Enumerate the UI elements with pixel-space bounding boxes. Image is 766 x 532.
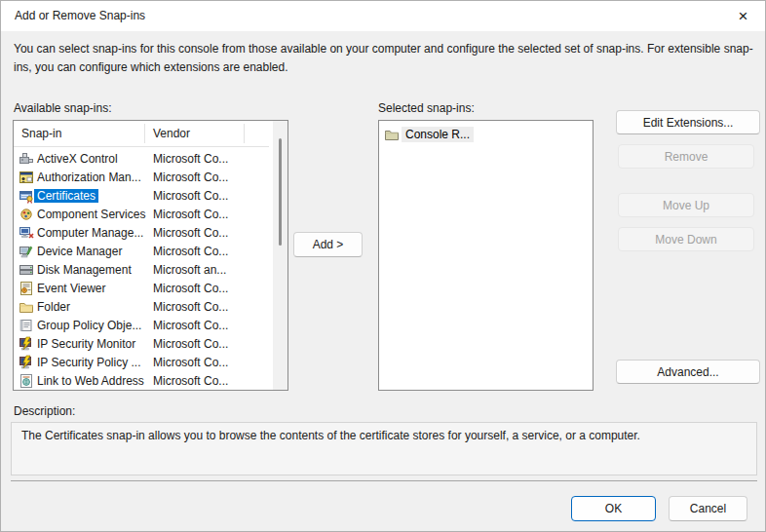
snapin-name: IP Security Policy ...: [34, 356, 148, 369]
list-item[interactable]: Event ViewerMicrosoft Co...: [14, 279, 272, 297]
add-button[interactable]: Add >: [293, 232, 363, 257]
description-label: Description:: [14, 404, 75, 418]
list-item[interactable]: Computer Manage...Microsoft Co...: [14, 223, 272, 242]
column-header-vendor[interactable]: Vendor: [153, 127, 190, 140]
ip-security-monitor-icon: [19, 336, 34, 352]
snapin-name: Group Policy Obje...: [34, 319, 148, 332]
cancel-button[interactable]: Cancel: [669, 496, 747, 521]
ok-button[interactable]: OK: [571, 496, 656, 521]
column-divider[interactable]: [144, 124, 145, 143]
list-item[interactable]: Console R...: [379, 125, 593, 144]
snapin-vendor: Microsoft Co...: [148, 226, 228, 240]
snapin-vendor: Microsoft Co...: [148, 374, 228, 388]
list-item[interactable]: Disk ManagementMicrosoft an...: [14, 260, 272, 279]
snapin-name: Component Services: [34, 208, 148, 221]
snapin-name: Event Viewer: [34, 282, 148, 295]
folder-icon: [19, 299, 34, 315]
list-item[interactable]: Link to Web AddressMicrosoft Co...: [14, 371, 272, 390]
snapin-vendor: Microsoft Co...: [148, 337, 228, 351]
disk-management-icon: [19, 262, 34, 278]
snapin-name: Link to Web Address: [34, 374, 148, 388]
snapin-vendor: Microsoft Co...: [148, 282, 228, 295]
computer-management-icon: [19, 225, 34, 241]
available-snapins-label: Available snap-ins:: [14, 101, 112, 115]
snapin-name: ActiveX Control: [34, 152, 148, 166]
list-item[interactable]: IP Security Policy ...Microsoft Co...: [14, 353, 272, 371]
certificates-icon: [19, 188, 34, 204]
snapin-name: Console R...: [402, 127, 474, 142]
group-policy-object-icon: [19, 318, 34, 333]
add-remove-snapins-dialog: Add or Remove Snap-ins × You can select …: [0, 0, 766, 532]
list-header: Snap-in Vendor: [14, 121, 287, 147]
window-title: Add or Remove Snap-ins: [15, 1, 145, 31]
link-to-web-address-icon: [19, 373, 34, 389]
description-box: The Certificates snap-in allows you to b…: [11, 422, 757, 475]
snapin-name: Computer Manage...: [34, 226, 148, 240]
snapin-name: Authorization Man...: [34, 171, 148, 184]
list-item[interactable]: Authorization Man...Microsoft Co...: [14, 168, 272, 186]
snapin-name: Device Manager: [34, 245, 148, 258]
authorization-manager-icon: [19, 170, 34, 185]
available-snapins-list[interactable]: Snap-in Vendor ActiveX ControlMicrosoft …: [13, 120, 288, 391]
list-item[interactable]: CertificatesMicrosoft Co...: [14, 186, 272, 205]
console-root-folder-icon: [384, 127, 400, 142]
scrollbar-track[interactable]: [273, 121, 287, 390]
snapin-vendor: Microsoft Co...: [148, 245, 228, 258]
list-item[interactable]: Component ServicesMicrosoft Co...: [14, 205, 272, 223]
snapin-vendor: Microsoft an...: [148, 263, 226, 277]
component-services-icon: [19, 207, 34, 222]
move-down-button[interactable]: Move Down: [618, 227, 754, 251]
snapin-vendor: Microsoft Co...: [148, 152, 228, 166]
remove-button[interactable]: Remove: [618, 144, 754, 169]
snapin-name: IP Security Monitor: [34, 337, 148, 351]
close-icon[interactable]: ×: [721, 1, 765, 31]
snapin-vendor: Microsoft Co...: [148, 319, 228, 332]
snapin-vendor: Microsoft Co...: [148, 171, 228, 184]
list-item[interactable]: Group Policy Obje...Microsoft Co...: [14, 316, 272, 334]
description-text: The Certificates snap-in allows you to b…: [21, 429, 640, 442]
snapin-name: Disk Management: [34, 263, 148, 277]
snapin-vendor: Microsoft Co...: [148, 300, 228, 314]
snapin-vendor: Microsoft Co...: [148, 208, 228, 221]
scrollbar-thumb[interactable]: [279, 138, 282, 246]
list-item[interactable]: ActiveX ControlMicrosoft Co...: [14, 149, 272, 168]
selected-snapins-list[interactable]: Console R...: [378, 120, 594, 391]
snapin-name: Folder: [34, 300, 148, 314]
device-manager-icon: [19, 244, 34, 259]
list-item[interactable]: FolderMicrosoft Co...: [14, 297, 272, 316]
list-item[interactable]: IP Security MonitorMicrosoft Co...: [14, 334, 272, 353]
selected-snapins-label: Selected snap-ins:: [378, 101, 475, 115]
column-divider[interactable]: [244, 124, 245, 143]
advanced-button[interactable]: Advanced...: [616, 360, 760, 384]
snapin-vendor: Microsoft Co...: [148, 189, 228, 203]
title-bar: Add or Remove Snap-ins ×: [1, 1, 765, 31]
intro-text: You can select snap-ins for this console…: [14, 40, 756, 77]
move-up-button[interactable]: Move Up: [618, 193, 754, 217]
column-header-snapin[interactable]: Snap-in: [21, 127, 61, 140]
header-underline: [14, 146, 269, 147]
ip-security-policy-icon: [19, 355, 34, 370]
event-viewer-icon: [19, 281, 34, 296]
list-item[interactable]: Device ManagerMicrosoft Co...: [14, 242, 272, 260]
edit-extensions-button[interactable]: Edit Extensions...: [616, 110, 760, 134]
activex-control-icon: [19, 151, 34, 167]
footer-separator: [11, 480, 757, 481]
snapin-name: Certificates: [34, 189, 148, 203]
snapin-vendor: Microsoft Co...: [148, 356, 228, 369]
